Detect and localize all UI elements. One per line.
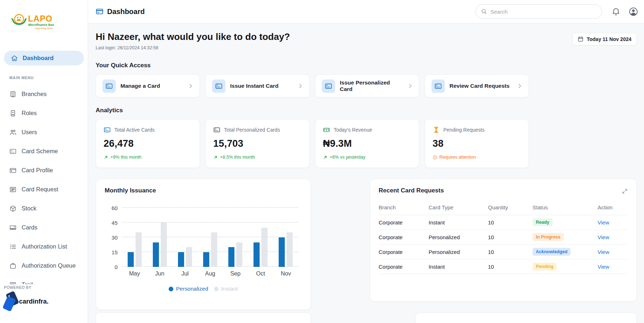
- page-title-text: Dashboard: [107, 8, 145, 16]
- cell-action: View: [598, 230, 628, 245]
- cell-quantity: 10: [488, 230, 533, 245]
- analytics-card-header: Pending Requests: [433, 126, 521, 133]
- bar-group-aug: [197, 208, 223, 267]
- sidebar: LAPO Microfinance Bank ...improving live…: [0, 0, 88, 323]
- search-input[interactable]: [490, 9, 597, 15]
- status-badge: Ready: [533, 218, 553, 226]
- bar-instant-nov: [287, 232, 293, 267]
- quick-access-issue-instant-card[interactable]: Issue Instant Card: [205, 74, 310, 97]
- requests-table: BranchCard TypeQuantityStatusAction Corp…: [379, 201, 628, 274]
- quick-access-heading: Your Quick Access: [96, 62, 637, 69]
- cell-card_type: Instant: [429, 259, 488, 274]
- analytics-card-pending-requests: Pending Requests38Requires attention: [425, 119, 529, 168]
- sidebar-item-label: Cards: [22, 224, 37, 231]
- analytics-trend-text: +6% vs yesterday: [330, 155, 365, 160]
- view-link[interactable]: View: [598, 234, 609, 240]
- column-header-quantity: Quantity: [488, 201, 533, 215]
- analytics-card-label: Total Active Cards: [114, 127, 155, 133]
- bar-instant-aug: [211, 232, 217, 267]
- badge-icon: [9, 110, 17, 117]
- date-badge[interactable]: Today 11 Nov 2024: [572, 33, 637, 45]
- cards-icon: [9, 224, 17, 231]
- sidebar-item-authorization-list[interactable]: Authorization List: [0, 237, 88, 256]
- bar-instant-oct: [261, 228, 268, 267]
- analytics-card-trend: +6% vs yesterday: [323, 155, 411, 160]
- powered-by-label: POWERED BY: [4, 285, 88, 290]
- analytics-card-label: Today's Revenue: [334, 127, 372, 133]
- status-badge: Pending: [533, 263, 557, 270]
- x-tick-label: Jul: [172, 270, 197, 277]
- sidebar-item-card-profile[interactable]: Card Profile: [0, 161, 88, 180]
- y-tick-label: 60: [111, 205, 118, 211]
- quick-access-label: Issue Personalized Card: [340, 79, 402, 92]
- y-tick-label: 0: [115, 264, 118, 270]
- analytics-trend-text: Requires attention: [439, 155, 476, 160]
- y-tick-label: 45: [111, 220, 118, 226]
- legend-label: Personalized: [176, 286, 208, 292]
- cell-card_type: Instant: [429, 215, 488, 230]
- quick-access-label: Manage a Card: [120, 83, 160, 89]
- page-title: Dashboard: [96, 8, 145, 16]
- bar-personalized-nov: [279, 237, 285, 267]
- sidebar-item-roles[interactable]: Roles: [0, 104, 88, 123]
- sidebar-item-authorization-queue[interactable]: Authorization Queue: [0, 256, 88, 275]
- analytics-card-header: Total Active Cards: [104, 126, 192, 133]
- sidebar-item-cards[interactable]: Cards: [0, 218, 88, 237]
- expand-icon[interactable]: [622, 188, 628, 194]
- cell-action: View: [598, 245, 628, 259]
- sidebar-item-label: Authorization List: [22, 243, 67, 250]
- content: Hi Nazeer, what would you like to do tod…: [88, 23, 644, 323]
- x-tick-label: Sep: [223, 270, 248, 277]
- table-title: Recent Card Requests: [379, 187, 444, 194]
- x-tick-label: Oct: [248, 270, 273, 277]
- sidebar-item-label: Card Profile: [22, 167, 53, 174]
- bell-icon[interactable]: [611, 7, 621, 16]
- greeting-title: Hi Nazeer, what would you like to do tod…: [96, 31, 290, 42]
- chart-x-axis: MayJunJulAugSepOctNov: [122, 270, 298, 277]
- arrow-up-right-icon: [213, 155, 218, 160]
- quick-access-manage-a-card[interactable]: Manage a Card: [96, 74, 200, 97]
- sidebar-item-branches[interactable]: Branches: [0, 85, 88, 104]
- table-row: CorporatePersonalized10AcknowledgedView: [379, 245, 628, 259]
- sidebar-item-label: Dashboard: [23, 55, 54, 62]
- stock-icon: [9, 205, 17, 212]
- analytics-card-trend: +8.5% this month: [213, 155, 302, 160]
- bottom-left-card-partial: [96, 313, 311, 323]
- sidebar-item-card-scheme[interactable]: Card Scheme: [0, 142, 88, 161]
- cell-branch: Corporate: [379, 259, 429, 274]
- cell-action: View: [598, 215, 628, 230]
- sidebar-item-label: Roles: [22, 110, 37, 117]
- sidebar-item-card-request[interactable]: Card Request: [0, 180, 88, 199]
- view-link[interactable]: View: [598, 264, 609, 270]
- main-area: Dashboard Hi Nazeer, what would you like…: [88, 0, 644, 323]
- cardinfra-wordmark: cardinfra.: [19, 298, 49, 305]
- sidebar-item-users[interactable]: Users: [0, 123, 88, 142]
- alert-circle-icon: [433, 155, 437, 160]
- sidebar-item-stock[interactable]: Stock: [0, 199, 88, 218]
- sidebar-item-label: Card Scheme: [22, 148, 58, 155]
- column-header-status: Status: [533, 201, 598, 215]
- view-link[interactable]: View: [598, 219, 609, 226]
- cell-branch: Corporate: [379, 245, 429, 259]
- cell-quantity: 10: [488, 245, 533, 259]
- x-tick-label: Jun: [147, 270, 172, 277]
- sidebar-item-dashboard[interactable]: Dashboard: [4, 51, 84, 65]
- avatar-icon[interactable]: [629, 7, 638, 17]
- banknote-icon: [323, 126, 330, 133]
- users-icon: [9, 129, 17, 136]
- chart-y-axis: 015304560: [105, 208, 122, 267]
- sidebar-menu: BranchesRolesUsersCard SchemeCard Profil…: [0, 85, 88, 294]
- bar-chart: 015304560: [105, 208, 302, 267]
- cell-card_type: Personalized: [429, 245, 488, 259]
- cell-status: In Progress: [533, 230, 598, 245]
- legend-item-instant[interactable]: Instant: [214, 286, 238, 292]
- main-menu-label: MAIN MENU: [9, 76, 88, 80]
- bar-personalized-jun: [153, 242, 159, 267]
- brand-subtitle: Microfinance Bank: [28, 23, 54, 27]
- quick-access-review-card-requests[interactable]: Review Card Requests: [425, 74, 529, 97]
- quick-access-issue-personalized-card[interactable]: Issue Personalized Card: [315, 74, 419, 97]
- view-link[interactable]: View: [598, 249, 609, 255]
- sidebar-item-label: Card Request: [22, 186, 58, 193]
- legend-item-personalized[interactable]: Personalized: [169, 286, 208, 292]
- bar-personalized-sep: [228, 247, 234, 267]
